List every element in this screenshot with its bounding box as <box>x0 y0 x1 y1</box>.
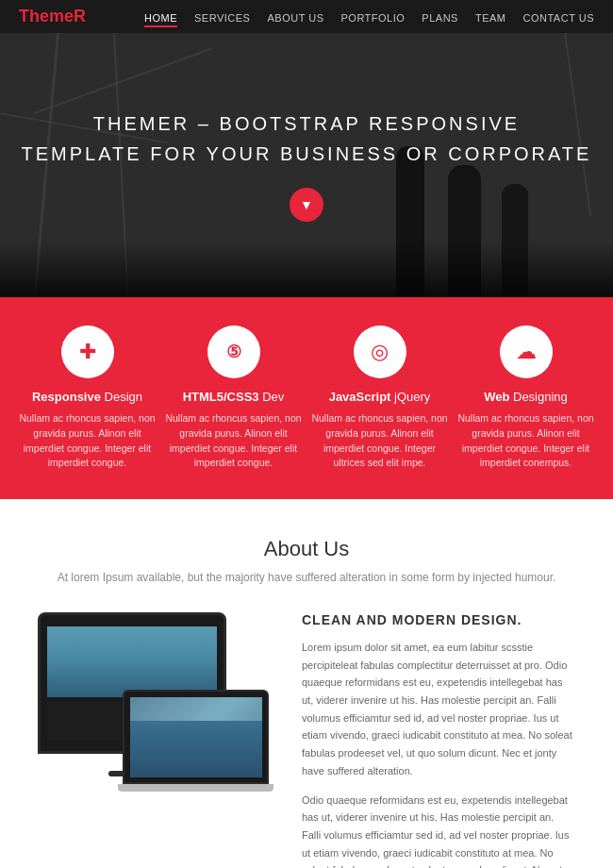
navbar: ThemeR HOME SERVICES ABOUT US PORTFOLIO … <box>0 0 613 33</box>
about-content: CLEAN AND MODERN DESIGN. Lorem ipsum dol… <box>38 612 575 868</box>
about-title: About Us <box>38 537 575 561</box>
feature-responsive: ✚ Responsive Design Nullam ac rhoncus sa… <box>19 326 156 471</box>
hero-title: THEMER – BOOTSTRAP RESPONSIVE TEMPLATE F… <box>22 108 592 169</box>
nav-item-team[interactable]: TEAM <box>475 8 506 25</box>
nav-item-portfolio[interactable]: PORTFOLIO <box>340 8 405 25</box>
nav-link-portfolio[interactable]: PORTFOLIO <box>340 12 405 24</box>
feature-responsive-title: Responsive Design <box>32 390 142 404</box>
nav-item-about[interactable]: ABOUT US <box>267 8 323 25</box>
web-icon: ☁ <box>500 326 553 378</box>
feature-html5: ⑤ HTML5/CSS3 Dev Nullam ac rhoncus sapie… <box>165 326 302 471</box>
nav-item-contact[interactable]: CONTACT US <box>523 8 595 25</box>
about-section: About Us At lorem Ipsum available, but t… <box>0 499 613 868</box>
monitor-group <box>38 612 273 792</box>
laptop <box>123 690 273 792</box>
feature-web-title: Web Designing <box>484 390 568 404</box>
logo[interactable]: ThemeR <box>19 7 86 26</box>
nav-link-services[interactable]: SERVICES <box>194 12 250 24</box>
js-icon: ◎ <box>354 326 406 378</box>
about-para2: Odio quaeque reformidans est eu, expeten… <box>302 792 575 869</box>
nav-link-team[interactable]: TEAM <box>475 12 506 24</box>
feature-html5-desc: Nullam ac rhoncus sapien, non gravida pu… <box>165 411 302 471</box>
about-subtitle: At lorem Ipsum available, but the majori… <box>38 571 575 584</box>
nav-menu: HOME SERVICES ABOUT US PORTFOLIO PLANS T… <box>144 8 594 25</box>
feature-js-title: JavaScript jQuery <box>329 390 431 404</box>
logo-text: ThemeR <box>19 7 86 25</box>
feature-html5-title: HTML5/CSS3 Dev <box>183 390 285 404</box>
nav-link-plans[interactable]: PLANS <box>422 12 458 24</box>
laptop-base <box>118 784 273 792</box>
feature-web: ☁ Web Designing Nullam ac rhoncus sapien… <box>457 326 594 471</box>
nav-item-home[interactable]: HOME <box>144 8 177 25</box>
hero-content: THEMER – BOOTSTRAP RESPONSIVE TEMPLATE F… <box>22 108 592 169</box>
feature-js-desc: Nullam ac rhoncus sapien, non gravida pu… <box>311 411 448 471</box>
about-text: CLEAN AND MODERN DESIGN. Lorem ipsum dol… <box>302 612 575 868</box>
nav-link-home[interactable]: HOME <box>144 12 177 27</box>
feature-responsive-desc: Nullam ac rhoncus sapien, non gravida pu… <box>19 411 156 471</box>
laptop-screen-wrap <box>123 690 269 784</box>
feature-js: ◎ JavaScript jQuery Nullam ac rhoncus sa… <box>311 326 448 471</box>
nav-link-about[interactable]: ABOUT US <box>267 12 323 24</box>
nav-item-plans[interactable]: PLANS <box>422 8 458 25</box>
feature-web-desc: Nullam ac rhoncus sapien, non gravida pu… <box>457 411 594 471</box>
html5-icon: ⑤ <box>207 326 260 378</box>
laptop-screen <box>130 697 262 777</box>
features-section: ✚ Responsive Design Nullam ac rhoncus sa… <box>0 297 613 499</box>
nav-link-contact[interactable]: CONTACT US <box>523 12 595 24</box>
scroll-down-button[interactable] <box>290 188 323 222</box>
about-image <box>38 612 273 792</box>
about-para1: Lorem ipsum dolor sit amet, ea eum labit… <box>302 639 575 780</box>
about-content-title: CLEAN AND MODERN DESIGN. <box>302 612 575 627</box>
responsive-icon: ✚ <box>61 326 114 378</box>
nav-item-services[interactable]: SERVICES <box>194 8 250 25</box>
hero-section: THEMER – BOOTSTRAP RESPONSIVE TEMPLATE F… <box>0 33 613 297</box>
logo-r: R <box>74 7 86 25</box>
